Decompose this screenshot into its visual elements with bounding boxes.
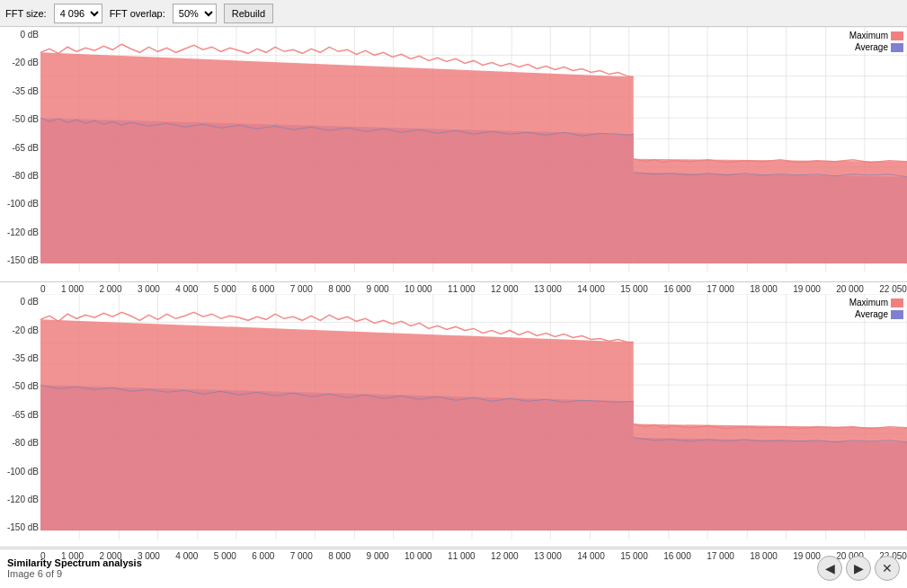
y-label: -35 dB — [2, 87, 39, 96]
svg-marker-68 — [40, 319, 634, 530]
x-label: 13 000 — [534, 551, 562, 561]
x-label: 20 000 — [836, 284, 864, 294]
x-label: 13 000 — [534, 284, 562, 294]
charts-container: 0 dB -20 dB -35 dB -50 dB -65 dB -80 dB … — [0, 27, 907, 547]
average-label-1: Average — [855, 42, 888, 52]
x-label: 14 000 — [577, 284, 605, 294]
legend-maximum-2: Maximum — [849, 298, 903, 307]
y-axis-2: 0 dB -20 dB -35 dB -50 dB -65 dB -80 dB … — [0, 294, 40, 548]
x-label: 15 000 — [620, 284, 648, 294]
y-label: -120 dB — [2, 228, 39, 237]
x-label: 17 000 — [707, 551, 734, 561]
x-label: 15 000 — [620, 551, 648, 561]
average-color-box-2 — [891, 310, 903, 319]
x-label: 10 000 — [405, 284, 432, 294]
x-label: 19 000 — [793, 284, 821, 294]
y-label: -50 dB — [2, 382, 39, 391]
y-label: -20 dB — [2, 326, 39, 335]
average-label-2: Average — [855, 309, 888, 319]
x-label: 12 000 — [491, 284, 519, 294]
rebuild-button[interactable]: Rebuild — [224, 4, 273, 23]
navigation-buttons: ◀ ▶ ✕ — [817, 556, 900, 581]
x-label: 22 050 — [879, 284, 907, 294]
fft-overlap-select[interactable]: 50% 0% 25% 75% — [173, 4, 217, 23]
maximum-label-1: Maximum — [849, 31, 888, 40]
x-label: 16 000 — [663, 284, 691, 294]
close-button[interactable]: ✕ — [875, 556, 900, 581]
legend-1: Maximum Average — [849, 31, 903, 52]
toolbar: FFT size: 4 096 512 1 024 2 048 8 192 FF… — [0, 0, 907, 27]
legend-2: Maximum Average — [849, 298, 903, 319]
average-color-box-1 — [891, 43, 903, 52]
fft-size-select[interactable]: 4 096 512 1 024 2 048 8 192 — [54, 4, 102, 23]
x-label: 8 000 — [328, 284, 351, 294]
x-label: 7 000 — [290, 284, 313, 294]
x-label: 0 — [40, 284, 46, 294]
x-label: 4 000 — [175, 551, 198, 561]
y-label: -120 dB — [2, 495, 39, 504]
svg-marker-33 — [40, 52, 634, 263]
y-label: -80 dB — [2, 439, 39, 448]
y-label: -80 dB — [2, 172, 39, 181]
y-axis-1: 0 dB -20 dB -35 dB -50 dB -65 dB -80 dB … — [0, 27, 40, 281]
y-label: 0 dB — [2, 298, 39, 307]
x-label: 6 000 — [252, 551, 274, 561]
legend-maximum-1: Maximum — [849, 31, 903, 40]
chart-1: 0 dB -20 dB -35 dB -50 dB -65 dB -80 dB … — [0, 27, 907, 282]
maximum-label-2: Maximum — [849, 298, 888, 307]
x-axis-2: 0 1 000 2 000 3 000 4 000 5 000 6 000 7 … — [40, 549, 907, 561]
x-label: 4 000 — [175, 284, 198, 294]
x-axis-1: 0 1 000 2 000 3 000 4 000 5 000 6 000 7 … — [40, 282, 907, 294]
legend-average-2: Average — [849, 309, 903, 319]
maximum-color-box-2 — [891, 298, 903, 307]
x-label: 16 000 — [663, 551, 691, 561]
x-label: 5 000 — [214, 551, 236, 561]
x-label: 12 000 — [491, 551, 519, 561]
y-label: -65 dB — [2, 411, 39, 420]
y-label: -35 dB — [2, 354, 39, 363]
x-label: 6 000 — [252, 284, 274, 294]
prev-button[interactable]: ◀ — [817, 556, 842, 581]
y-label: -50 dB — [2, 115, 39, 124]
y-label: -100 dB — [2, 468, 39, 477]
y-label: -65 dB — [2, 144, 39, 153]
x-label: 7 000 — [290, 551, 313, 561]
x-label: 3 000 — [138, 284, 160, 294]
fft-size-label: FFT size: — [5, 8, 47, 19]
y-label: -150 dB — [2, 523, 39, 532]
x-label: 5 000 — [214, 284, 236, 294]
y-label: 0 dB — [2, 31, 39, 40]
y-label: -100 dB — [2, 200, 39, 209]
x-label: 17 000 — [707, 284, 734, 294]
bottom-info: Similarity Spectrum analysis Image 6 of … — [7, 557, 142, 579]
y-label: -20 dB — [2, 58, 39, 67]
chart-area-1: Maximum Average — [40, 27, 907, 281]
x-label: 1 000 — [61, 284, 84, 294]
x-label: 11 000 — [448, 284, 476, 294]
maximum-color-box-1 — [891, 31, 903, 40]
chart-2: 0 dB -20 dB -35 dB -50 dB -65 dB -80 dB … — [0, 294, 907, 549]
y-label: -150 dB — [2, 256, 39, 265]
x-label: 18 000 — [750, 284, 778, 294]
analysis-title: Similarity Spectrum analysis — [7, 557, 142, 568]
fft-overlap-label: FFT overlap: — [110, 8, 165, 19]
x-label: 14 000 — [577, 551, 605, 561]
x-label: 9 000 — [367, 284, 389, 294]
image-counter: Image 6 of 9 — [7, 568, 142, 579]
x-label: 11 000 — [448, 551, 476, 561]
x-label: 2 000 — [99, 284, 121, 294]
next-button[interactable]: ▶ — [846, 556, 871, 581]
chart-area-2: Maximum Average — [40, 294, 907, 548]
x-label: 18 000 — [750, 551, 778, 561]
x-label: 9 000 — [367, 551, 389, 561]
x-label: 8 000 — [328, 551, 351, 561]
legend-average-1: Average — [849, 42, 903, 52]
x-label: 10 000 — [405, 551, 432, 561]
